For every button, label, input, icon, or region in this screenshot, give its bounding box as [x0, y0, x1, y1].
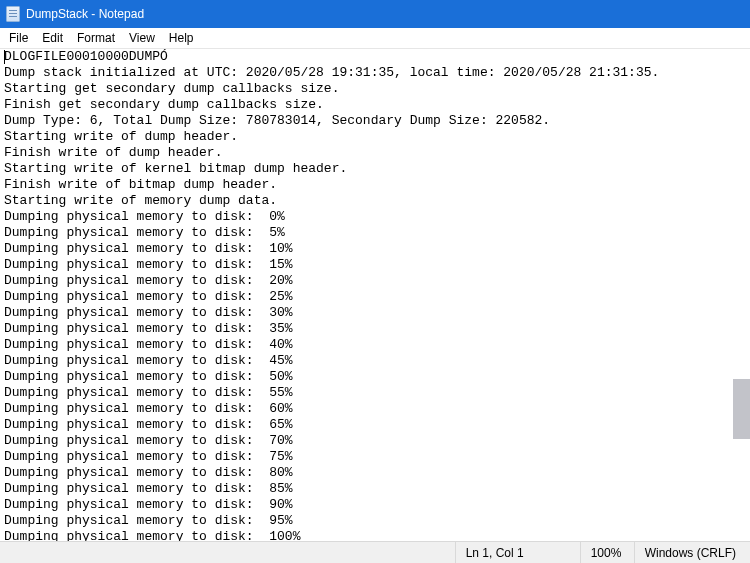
window-title: DumpStack - Notepad: [26, 7, 144, 21]
titlebar[interactable]: DumpStack - Notepad: [0, 0, 750, 28]
menu-view[interactable]: View: [122, 29, 162, 47]
menu-format[interactable]: Format: [70, 29, 122, 47]
content-area: DLOGFILE00010000DUMPÓ Dump stack initial…: [0, 49, 750, 541]
status-zoom: 100%: [580, 542, 634, 563]
scrollbar-thumb[interactable]: [733, 379, 750, 439]
menu-help[interactable]: Help: [162, 29, 201, 47]
menu-edit[interactable]: Edit: [35, 29, 70, 47]
notepad-icon: [6, 6, 20, 22]
status-spacer: [0, 542, 455, 563]
text-area[interactable]: DLOGFILE00010000DUMPÓ Dump stack initial…: [0, 49, 750, 541]
status-position: Ln 1, Col 1: [455, 542, 580, 563]
statusbar: Ln 1, Col 1 100% Windows (CRLF): [0, 541, 750, 563]
menu-file[interactable]: File: [2, 29, 35, 47]
status-eol: Windows (CRLF): [634, 542, 750, 563]
menubar: File Edit Format View Help: [0, 28, 750, 49]
